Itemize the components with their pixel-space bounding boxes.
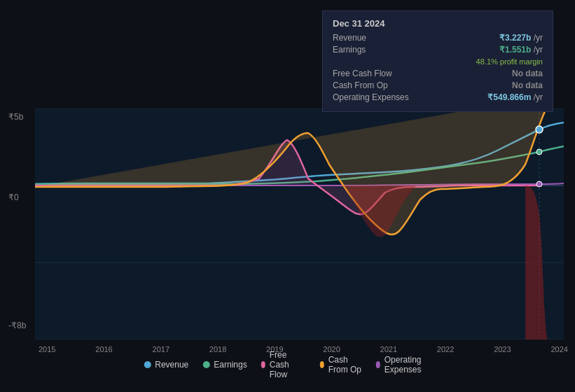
tooltip-box: Dec 31 2024 Revenue ₹3.227b /yr Earnings… [322,10,553,112]
legend-earnings-dot [202,361,209,368]
tooltip-opex-value: ₹549.866m /yr [487,92,543,102]
legend-cashop[interactable]: Cash From Op [320,355,362,374]
x-label-2023: 2023 [494,345,511,354]
legend-revenue-dot [144,361,151,368]
legend-opex-dot [376,361,380,368]
svg-point-9 [536,181,542,187]
tooltip-earnings-row: Earnings ₹1.551b /yr [333,45,543,55]
legend-earnings[interactable]: Earnings [202,360,247,370]
tooltip-opex-label: Operating Expenses [333,92,409,102]
legend-revenue-label: Revenue [155,360,188,370]
tooltip-fcf-label: Free Cash Flow [333,69,392,78]
legend-fcf-label: Free Cash Flow [270,350,306,379]
x-label-2016: 2016 [95,345,112,354]
legend-fcf[interactable]: Free Cash Flow [261,350,306,379]
tooltip-revenue-value: ₹3.227b /yr [499,33,543,43]
tooltip-revenue-label: Revenue [333,33,366,43]
y-label-5b: ₹5b [8,112,23,122]
y-label-neg8b: -₹8b [8,321,26,330]
y-label-0: ₹0 [8,192,19,202]
svg-point-8 [536,149,542,155]
legend-opex[interactable]: Operating Expenses [376,355,431,374]
x-label-2015: 2015 [39,345,55,354]
legend: Revenue Earnings Free Cash Flow Cash Fro… [144,350,431,379]
tooltip-revenue-row: Revenue ₹3.227b /yr [333,33,543,43]
legend-earnings-label: Earnings [214,360,247,370]
tooltip-cashop-row: Cash From Op No data [333,80,543,90]
legend-opex-label: Operating Expenses [385,355,431,374]
tooltip-date: Dec 31 2024 [333,18,543,29]
svg-point-7 [536,126,543,133]
tooltip-earnings-value: ₹1.551b /yr [499,45,543,55]
x-label-2022: 2022 [437,345,454,354]
tooltip-margin-label: . [333,57,335,66]
chart-container: Dec 31 2024 Revenue ₹3.227b /yr Earnings… [0,0,575,392]
tooltip-earnings-label: Earnings [333,45,366,55]
tooltip-margin-row: . 48.1% profit margin [333,57,543,66]
x-label-2024: 2024 [550,345,567,354]
tooltip-opex-row: Operating Expenses ₹549.866m /yr [333,92,543,102]
legend-revenue[interactable]: Revenue [144,360,188,370]
tooltip-fcf-value: No data [512,69,543,78]
tooltip-fcf-row: Free Cash Flow No data [333,69,543,78]
legend-fcf-dot [261,361,265,368]
legend-cashop-dot [320,361,324,368]
tooltip-cashop-value: No data [512,80,543,90]
chart-svg [35,108,564,340]
tooltip-margin-value: 48.1% profit margin [476,57,543,66]
chart-area [35,108,564,340]
legend-cashop-label: Cash From Op [328,355,362,374]
tooltip-cashop-label: Cash From Op [333,80,388,90]
